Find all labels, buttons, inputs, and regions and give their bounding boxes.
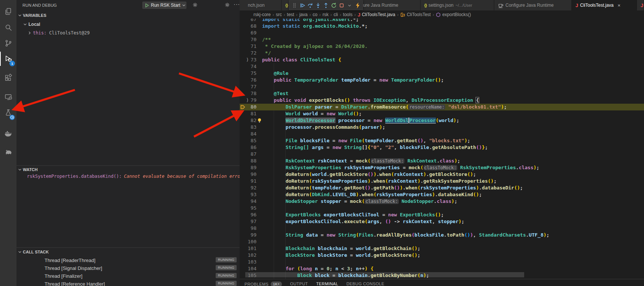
code-line-97[interactable]: 97 exportBlocksCliTool.execute(args, () …: [240, 218, 644, 225]
code-line-99[interactable]: 99 String data = new String(Files.readAl…: [240, 232, 644, 238]
line-number[interactable]: 95: [240, 205, 256, 212]
line-number[interactable]: 84: [240, 131, 256, 137]
line-number[interactable]: 98: [240, 225, 256, 232]
tab-settings.json[interactable]: {}settings.json~/.../User: [420, 0, 494, 10]
code-line-68[interactable]: 68import static org.mockito.Mockito.*;: [240, 23, 644, 30]
code-line-83[interactable]: 83 processor.processCommands(parser);: [240, 124, 644, 131]
code-line-102[interactable]: 102 BlockStore blockStore = world.getBlo…: [240, 252, 644, 259]
continue-button[interactable]: [298, 1, 306, 9]
breadcrumb-item[interactable]: java: [299, 12, 307, 17]
breadcrumb-item[interactable]: CliToolsTest: [400, 12, 431, 17]
activity-bar-remote-explorer[interactable]: [0, 91, 16, 103]
code-line-90[interactable]: 90 doReturn(world.getBlockStore()).when(…: [240, 171, 644, 178]
tab-java-file[interactable]: J: [637, 0, 644, 10]
code-line-84[interactable]: 84: [240, 131, 644, 137]
tab-configure-java-runtime[interactable]: Configure Java Runtime: [494, 0, 572, 10]
line-number[interactable]: 91: [240, 178, 256, 185]
breadcrumb-item[interactable]: co: [313, 12, 318, 17]
call-stack-thread[interactable]: Thread [ReaderThread]RUNNING: [16, 256, 240, 264]
code-line-72[interactable]: 72 */: [240, 50, 644, 57]
step-out-button[interactable]: [322, 1, 330, 9]
line-number[interactable]: 68: [240, 23, 256, 30]
more-actions-icon[interactable]: ···: [234, 1, 240, 7]
line-number[interactable]: 93: [240, 191, 256, 198]
code-line-93[interactable]: 93 doReturn(DbKind.LEVEL_DB).when(rskSys…: [240, 191, 644, 198]
code-line-96[interactable]: 96 ExportBlocks exportBlocksCliTool = ne…: [240, 212, 644, 218]
line-number[interactable]: 105: [240, 272, 256, 279]
close-icon[interactable]: ×: [618, 3, 621, 8]
line-number[interactable]: 67: [240, 19, 256, 23]
code-line-76[interactable]: 76 public TemporaryFolder tempFolder = n…: [240, 77, 644, 83]
code-line-86[interactable]: 86 String[] args = new String[]{"0", "2"…: [240, 144, 644, 151]
call-stack-section-header[interactable]: CALL STACK: [16, 249, 240, 255]
line-number[interactable]: 81: [240, 110, 256, 117]
code-line-94[interactable]: 94 NodeStopper stopper = mock(classToMoc…: [240, 198, 644, 205]
line-number[interactable]: 77: [240, 83, 256, 90]
code-line-103[interactable]: 103: [240, 259, 644, 265]
code-line-91[interactable]: 91 doReturn(rskSystemProperties).when(rs…: [240, 178, 644, 185]
code-line-104[interactable]: 104 for (long n = 0; n < 3; n++) {: [240, 265, 644, 272]
line-number[interactable]: 90: [240, 171, 256, 178]
line-number[interactable]: 103: [240, 259, 256, 265]
stop-button[interactable]: [338, 1, 346, 9]
line-number[interactable]: 97: [240, 218, 256, 225]
line-number[interactable]: 75: [240, 70, 256, 77]
activity-bar-run-and-debug[interactable]: 1: [0, 52, 16, 65]
line-number[interactable]: 86: [240, 144, 256, 151]
line-number[interactable]: 100: [240, 238, 256, 245]
step-into-button[interactable]: [314, 1, 322, 9]
breadcrumb-item[interactable]: exportBlocks(): [436, 12, 471, 17]
line-number[interactable]: 96: [240, 212, 256, 218]
code-line-70[interactable]: 70/**: [240, 36, 644, 43]
code-line-73[interactable]: 73)public class CliToolsTest {: [240, 57, 644, 63]
variable-this-row[interactable]: this: CliToolsTest@29: [16, 29, 240, 37]
breadcrumb-item[interactable]: rskj-core: [253, 12, 271, 17]
code-line-101[interactable]: 101 Blockchain blockchain = world.getBlo…: [240, 245, 644, 252]
code-line-92[interactable]: 92 doReturn(tempFolder.getRoot().getPath…: [240, 185, 644, 191]
panel-tab-output[interactable]: OUTPUT: [290, 282, 308, 286]
line-number[interactable]: 88: [240, 158, 256, 164]
restart-button[interactable]: [330, 1, 338, 9]
activity-bar-testing[interactable]: [0, 106, 16, 119]
code-line-95[interactable]: 95: [240, 205, 644, 212]
activity-bar-extensions[interactable]: [0, 72, 16, 84]
code-line-82[interactable]: 82 WorldDslProcessor processor = new Wor…: [240, 117, 644, 124]
activity-bar-source-control[interactable]: [0, 37, 16, 49]
code-line-67[interactable]: 67import static org.junit.Assert.*;: [240, 19, 644, 23]
code-line-69[interactable]: 69: [240, 30, 644, 36]
line-number[interactable]: 94: [240, 198, 256, 205]
breadcrumb-item[interactable]: JCliToolsTest.java: [358, 12, 395, 18]
code-line-105[interactable]: 105 Block block = blockchain.getBlockByN…: [240, 272, 644, 279]
line-number[interactable]: 99: [240, 232, 256, 238]
activity-bar-search[interactable]: [0, 21, 16, 34]
breadcrumb-item[interactable]: src: [276, 12, 282, 17]
watch-section-header[interactable]: WATCH: [16, 166, 240, 173]
fold-icon[interactable]: ): [246, 57, 249, 63]
line-number[interactable]: 69: [240, 30, 256, 36]
code-line-79[interactable]: 79) public void exportBlocks() throws IO…: [240, 97, 644, 104]
panel-tab-debug-console[interactable]: DEBUG CONSOLE: [346, 282, 384, 286]
breadcrumb-item[interactable]: tools: [343, 12, 352, 17]
line-number[interactable]: 78: [240, 90, 256, 97]
code-line-75[interactable]: 75 @Rule: [240, 70, 644, 77]
debug-current-step-icon[interactable]: [240, 104, 245, 110]
line-number[interactable]: 82: [240, 117, 256, 124]
breadcrumb-item[interactable]: test: [287, 12, 294, 17]
breadcrumb-item[interactable]: cli: [334, 12, 338, 17]
activity-bar-explorer[interactable]: [0, 5, 16, 18]
call-stack-thread[interactable]: Thread [Signal Dispatcher]RUNNING: [16, 264, 240, 272]
code-line-80[interactable]: 80 DslParser parser = DslParser.fromReso…: [240, 104, 644, 110]
breadcrumb-item[interactable]: rsk: [322, 12, 328, 17]
launch-config-gear-icon[interactable]: [225, 2, 230, 7]
step-over-button[interactable]: [306, 1, 314, 9]
line-number[interactable]: 104: [240, 265, 256, 272]
call-stack-thread[interactable]: Thread [Reference Handler]RUNNING: [16, 280, 240, 286]
code-line-100[interactable]: 100: [240, 238, 644, 245]
code-line-81[interactable]: 81 World world = new World();: [240, 110, 644, 117]
code-line-87[interactable]: 87: [240, 151, 644, 158]
line-number[interactable]: 70: [240, 36, 256, 43]
line-number[interactable]: 92: [240, 185, 256, 191]
code-line-85[interactable]: 85 File blocksFile = new File(tempFolder…: [240, 137, 644, 144]
hot-code-replace-button[interactable]: [353, 1, 361, 9]
line-number[interactable]: 76: [240, 77, 256, 83]
